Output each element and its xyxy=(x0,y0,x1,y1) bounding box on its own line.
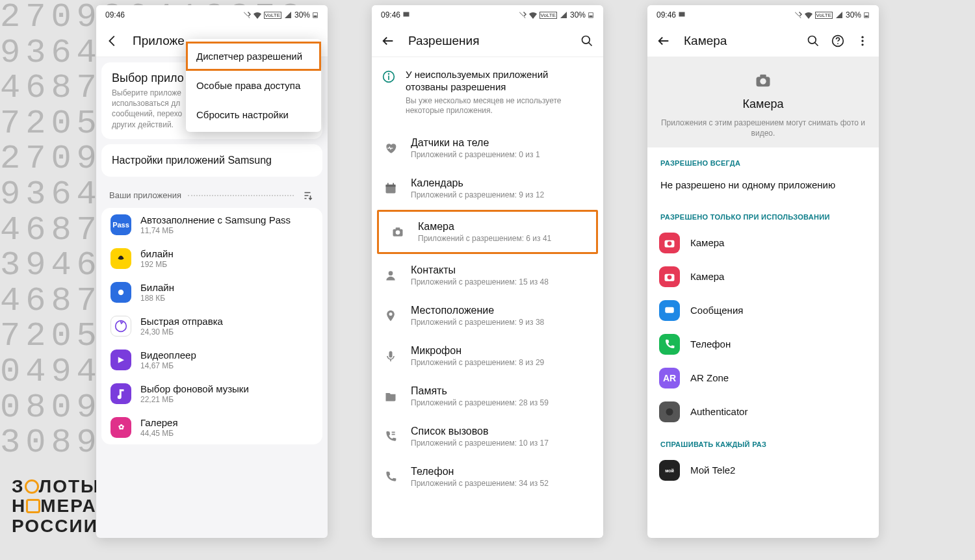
camera-app-row[interactable]: мой Мой Tele2 xyxy=(647,453,879,487)
cam-icon xyxy=(391,225,405,238)
svg-rect-16 xyxy=(393,183,394,185)
titlebar: Камера xyxy=(647,25,879,57)
permission-row-folder[interactable]: Память Приложений с разрешением: 28 из 5… xyxy=(372,376,603,416)
permission-name: Телефон xyxy=(411,466,549,477)
svg-rect-14 xyxy=(386,185,396,186)
info-banner[interactable]: У неиспользуемых приложений отозваны раз… xyxy=(372,57,603,128)
camera-header-title: Камера xyxy=(658,97,868,111)
permission-sub: Приложений с разрешением: 9 из 12 xyxy=(411,190,544,199)
status-icons: VoLTE 30% xyxy=(519,10,594,19)
svg-point-38 xyxy=(668,275,672,279)
camera-app-row[interactable]: AR AR Zone xyxy=(647,361,879,395)
app-icon: AR xyxy=(659,368,680,388)
svg-rect-6 xyxy=(404,12,410,17)
back-icon[interactable] xyxy=(656,34,671,48)
svg-point-9 xyxy=(582,36,590,44)
more-icon[interactable] xyxy=(855,34,870,48)
app-name: Сообщения xyxy=(690,305,743,316)
permission-name: Календарь xyxy=(411,177,544,189)
camera-app-row[interactable]: Authenticator xyxy=(647,395,879,429)
permission-sub: Приложений с разрешением: 28 из 59 xyxy=(411,398,549,407)
permission-row-mic[interactable]: Микрофон Приложений с разрешением: 8 из … xyxy=(372,336,603,376)
cal-icon xyxy=(384,182,398,195)
mic-icon xyxy=(384,350,398,363)
sort-icon[interactable] xyxy=(300,188,315,203)
group-allowed-using: РАЗРЕШЕНО ТОЛЬКО ПРИ ИСПОЛЬЗОВАНИИ xyxy=(647,201,879,226)
heart-icon xyxy=(384,142,398,155)
app-icon: ▶ xyxy=(110,350,131,370)
svg-point-28 xyxy=(837,43,838,44)
search-icon[interactable] xyxy=(806,34,820,48)
statusbar: 09:46 VoLTE 30% xyxy=(96,5,328,25)
permission-row-pin[interactable]: Местоположение Приложений с разрешением:… xyxy=(372,296,603,336)
search-icon[interactable] xyxy=(580,34,594,48)
app-row[interactable]: Билайн 188 КБ xyxy=(101,275,322,309)
statusbar: 09:46 VoLTE 30% xyxy=(372,5,603,25)
folder-icon xyxy=(384,390,398,403)
permission-name: Местоположение xyxy=(411,305,544,316)
menu-special-access[interactable]: Особые права доступа xyxy=(186,71,321,100)
permission-sub: Приложений с разрешением: 0 из 1 xyxy=(411,150,540,159)
svg-point-36 xyxy=(668,241,672,246)
page-title: Камера xyxy=(684,34,793,48)
svg-point-21 xyxy=(389,312,393,316)
app-size: 44,45 МБ xyxy=(140,429,178,438)
camera-header: Камера Приложения с этим разрешением мог… xyxy=(647,57,879,147)
app-row[interactable]: Быстрая отправка 24,30 МБ xyxy=(101,309,322,343)
app-name: Быстрая отправка xyxy=(140,316,223,327)
info-icon xyxy=(382,70,395,83)
svg-point-30 xyxy=(861,40,863,42)
app-name: Мой Tele2 xyxy=(690,465,735,476)
help-icon[interactable] xyxy=(831,34,845,48)
back-icon[interactable] xyxy=(105,34,120,48)
camera-icon xyxy=(754,71,772,90)
app-name: AR Zone xyxy=(690,372,729,383)
permission-row-heart[interactable]: Датчики на теле Приложений с разрешением… xyxy=(372,128,603,168)
app-name: Выбор фоновой музыки xyxy=(140,383,249,394)
svg-point-41 xyxy=(666,408,673,415)
camera-app-row[interactable]: Камера xyxy=(647,226,879,260)
svg-text:мой: мой xyxy=(665,468,674,473)
apps-list-header: Ваши приложения xyxy=(96,177,328,205)
samsung-settings-row[interactable]: Настройки приложений Samsung xyxy=(101,144,322,177)
camera-app-row[interactable]: Телефон xyxy=(647,327,879,361)
app-icon xyxy=(659,266,680,287)
group-allowed-always: РАЗРЕШЕНО ВСЕГДА xyxy=(647,147,879,172)
permission-sub: Приложений с разрешением: 10 из 17 xyxy=(411,439,549,448)
app-row[interactable]: Выбор фоновой музыки 22,21 МБ xyxy=(101,377,322,411)
svg-point-20 xyxy=(389,271,393,275)
permission-row-callist[interactable]: Список вызовов Приложений с разрешением:… xyxy=(372,416,603,457)
app-icon xyxy=(659,233,680,253)
app-row[interactable]: билайн 192 МБ xyxy=(101,242,322,275)
permission-row-phone[interactable]: Телефон Приложений с разрешением: 34 из … xyxy=(372,457,603,497)
app-icon: Pass xyxy=(110,214,131,235)
screen-camera-permission: 09:46 VoLTE 30% Камера xyxy=(647,5,879,538)
svg-rect-39 xyxy=(665,307,674,312)
camera-app-row[interactable]: Сообщения xyxy=(647,294,879,327)
pin-icon xyxy=(384,309,398,322)
permission-name: Микрофон xyxy=(411,345,544,357)
svg-rect-1 xyxy=(314,16,317,17)
ask-apps-list: мой Мой Tele2 xyxy=(647,453,879,487)
svg-rect-22 xyxy=(389,351,393,357)
back-icon[interactable] xyxy=(381,34,395,48)
app-row[interactable]: Pass Автозаполнение с Samsung Pass 11,74… xyxy=(101,208,322,242)
app-icon xyxy=(110,248,131,269)
svg-point-4 xyxy=(118,290,124,295)
status-time: 09:46 xyxy=(656,10,676,19)
app-name: Authenticator xyxy=(690,406,748,417)
camera-app-row[interactable]: Камера xyxy=(647,260,879,294)
app-row[interactable]: ▶ Видеоплеер 14,67 МБ xyxy=(101,343,322,377)
permission-row-cam[interactable]: Камера Приложений с разрешением: 6 из 41 xyxy=(377,210,598,254)
permission-row-cal[interactable]: Календарь Приложений с разрешением: 9 из… xyxy=(372,168,603,209)
permission-row-person[interactable]: Контакты Приложений с разрешением: 15 из… xyxy=(372,255,603,296)
app-row[interactable]: ✿ Галерея 44,45 МБ xyxy=(101,411,322,444)
phone-icon xyxy=(384,470,398,483)
allowed-always-text: Не разрешено ни одному приложению xyxy=(647,172,879,201)
app-size: 22,21 МБ xyxy=(140,395,249,404)
menu-reset-settings[interactable]: Сбросить настройки xyxy=(186,100,321,129)
svg-point-18 xyxy=(396,230,400,235)
app-icon xyxy=(659,401,680,422)
menu-permission-manager[interactable]: Диспетчер разрешений xyxy=(186,42,321,71)
app-size: 14,67 МБ xyxy=(140,361,196,370)
